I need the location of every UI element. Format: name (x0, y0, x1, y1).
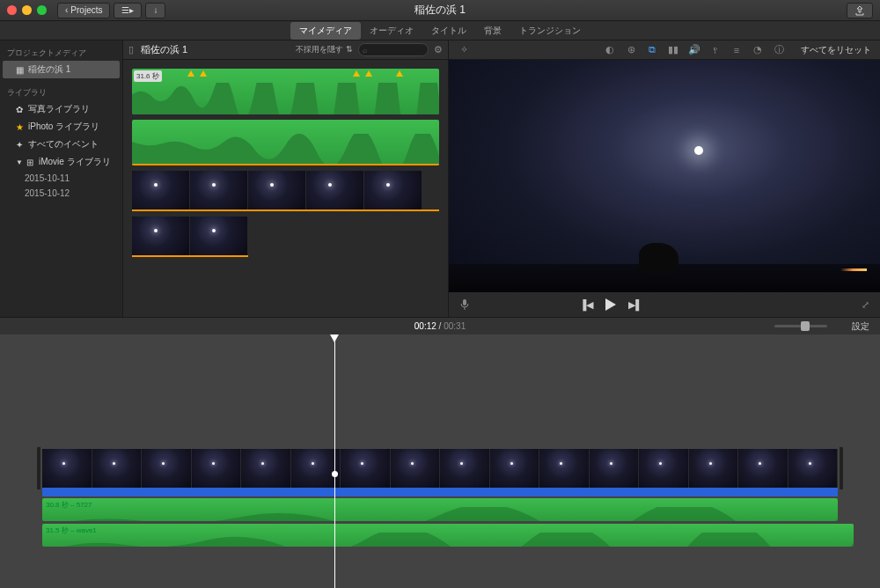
star-icon: ✦ (16, 140, 25, 149)
grid-icon: ⊞ (26, 158, 35, 166)
timeline-thumb[interactable] (142, 449, 192, 488)
back-label: Projects (70, 5, 102, 15)
video-clip-2[interactable] (132, 217, 248, 257)
play-button[interactable] (605, 298, 616, 311)
browser-header: ▯ 稲佐の浜 1 不採用を隠す ⇅ ⌕ ⚙ (123, 40, 448, 60)
media-tabs: マイメディア オーディオ タイトル 背景 トランジション (0, 21, 880, 40)
timeline-thumb[interactable] (391, 449, 441, 488)
audio-clip-2[interactable] (132, 120, 439, 165)
zoom-slider[interactable] (774, 325, 827, 327)
timeline[interactable]: 30.8 秒 – 5727 31.5 秒 – wave1 (0, 334, 880, 588)
sidebar-item-all-events[interactable]: ✦すべてのイベント (0, 136, 122, 153)
timeline-tracks: 30.8 秒 – 5727 31.5 秒 – wave1 (42, 449, 838, 547)
timeline-thumb[interactable] (241, 449, 291, 488)
sidebar-project-label: 稲佐の浜 1 (28, 63, 70, 76)
project-title: 稲佐の浜 1 (414, 3, 466, 18)
sidebar-item-photos[interactable]: ✿写真ライブラリ (0, 100, 122, 118)
fullscreen-window[interactable] (37, 5, 47, 15)
sidebar-item-imovie-library[interactable]: ▼⊞iMovie ライブラリ (0, 153, 122, 171)
photos-icon: ✿ (16, 105, 25, 114)
timeline-thumb[interactable] (788, 449, 839, 488)
search-box[interactable]: ⌕ (358, 43, 429, 56)
preview-frame (449, 60, 880, 292)
voiceover-icon[interactable] (459, 298, 470, 311)
preview-panel: ✧ ◐ ⊛ ⧉ ▮▮ 🔊 ⫯ ≡ ◔ ⓘ すべてをリセット ▐ (449, 40, 880, 317)
speed-icon[interactable]: ◔ (752, 44, 764, 56)
back-projects-button[interactable]: ‹ Projects (57, 3, 110, 18)
video-clip-1[interactable] (132, 171, 439, 211)
iphoto-icon: ★ (16, 122, 25, 131)
disclosure-icon: ▼ (16, 158, 23, 166)
timeline-thumb[interactable] (738, 449, 788, 488)
timeline-thumb[interactable] (590, 449, 640, 488)
timeline-thumb[interactable] (539, 449, 590, 488)
timeline-thumb[interactable] (639, 449, 689, 488)
tab-transitions[interactable]: トランジション (510, 22, 590, 40)
color-balance-icon[interactable]: ◐ (604, 44, 616, 56)
noise-icon[interactable]: ⫯ (709, 44, 722, 56)
media-browser: ▯ 稲佐の浜 1 不採用を隠す ⇅ ⌕ ⚙ 31.6 秒 (123, 40, 449, 317)
timeline-thumb[interactable] (341, 449, 391, 488)
list-view-icon[interactable]: ▯ (128, 44, 134, 55)
timeline-thumb[interactable] (92, 449, 143, 488)
sidebar-section-library: ライブラリ (0, 84, 122, 100)
video-audio-bar[interactable] (42, 488, 838, 496)
sidebar-section-project-media: プロジェクトメディア (0, 44, 122, 61)
stabilize-icon[interactable]: ▮▮ (667, 44, 679, 56)
timecode: 00:12 / 00:31 (414, 321, 466, 331)
import-button[interactable]: ↓ (145, 3, 165, 18)
clips-area[interactable]: 31.6 秒 (123, 60, 448, 317)
timeline-thumb[interactable] (490, 449, 540, 488)
search-input[interactable] (367, 46, 424, 55)
preview-toolbar: ✧ ◐ ⊛ ⧉ ▮▮ 🔊 ⫯ ≡ ◔ ⓘ すべてをリセット (449, 40, 880, 60)
clip-trim-left[interactable] (37, 447, 40, 489)
clip-trim-right[interactable] (840, 447, 843, 489)
timeline-settings-button[interactable]: 設定 (852, 320, 869, 333)
filter-dropdown[interactable]: 不採用を隠す ⇅ (296, 44, 353, 55)
view-mode-button[interactable]: ☰▸ (114, 3, 142, 18)
reset-all-button[interactable]: すべてをリセット (801, 44, 871, 56)
svg-rect-0 (463, 299, 466, 305)
timeline-thumb[interactable] (291, 449, 341, 488)
audio-clip-1[interactable]: 31.6 秒 (132, 69, 439, 114)
info-icon[interactable]: ⓘ (773, 44, 785, 56)
timeline-thumb[interactable] (42, 449, 92, 488)
timecode-bar: 00:12 / 00:31 設定 (0, 317, 880, 334)
timeline-thumb[interactable] (689, 449, 739, 488)
preview-viewer[interactable] (449, 60, 880, 292)
titlebar: ‹ Projects ☰▸ ↓ 稲佐の浜 1 (0, 0, 880, 21)
fullscreen-icon[interactable]: ⤢ (862, 299, 869, 311)
settings-gear-icon[interactable]: ⚙ (434, 44, 443, 55)
next-button[interactable]: ▶▌ (628, 299, 642, 311)
minimize-window[interactable] (22, 5, 32, 15)
film-icon: ▦ (16, 65, 25, 74)
timeline-thumb[interactable] (440, 449, 490, 488)
sidebar-project-item[interactable]: ▦ 稲佐の浜 1 (3, 61, 120, 78)
share-button[interactable] (847, 3, 873, 18)
tab-titles[interactable]: タイトル (422, 22, 475, 40)
close-window[interactable] (7, 5, 17, 15)
eq-icon[interactable]: ≡ (730, 44, 743, 56)
sidebar-event-1[interactable]: 2015-10-11 (0, 171, 122, 186)
tab-my-media[interactable]: マイメディア (290, 22, 361, 40)
playhead[interactable] (334, 334, 335, 588)
crop-icon[interactable]: ⧉ (646, 44, 658, 56)
video-track[interactable] (42, 449, 838, 488)
library-sidebar: プロジェクトメディア ▦ 稲佐の浜 1 ライブラリ ✿写真ライブラリ ★iPho… (0, 40, 123, 317)
prev-button[interactable]: ▐◀ (579, 299, 593, 311)
playback-controls: ▐◀ ▶▌ ⤢ (449, 292, 880, 317)
color-correct-icon[interactable]: ⊛ (625, 44, 637, 56)
tab-backgrounds[interactable]: 背景 (475, 22, 510, 40)
browser-title: 稲佐の浜 1 (141, 43, 187, 56)
tab-audio[interactable]: オーディオ (361, 22, 422, 40)
timeline-thumb[interactable] (192, 449, 242, 488)
audio-track-1[interactable]: 30.8 秒 – 5727 (42, 498, 838, 521)
sidebar-event-2[interactable]: 2015-10-12 (0, 186, 122, 201)
volume-icon[interactable]: 🔊 (688, 44, 700, 56)
sidebar-item-iphoto[interactable]: ★iPhoto ライブラリ (0, 118, 122, 136)
window-controls (7, 5, 47, 15)
magic-wand-icon[interactable]: ✧ (458, 44, 470, 56)
audio-track-2[interactable]: 31.5 秒 – wave1 (42, 524, 854, 547)
